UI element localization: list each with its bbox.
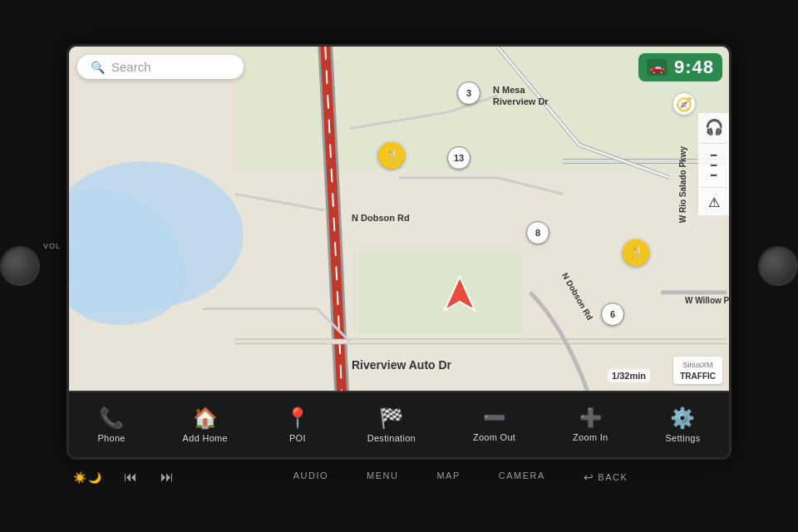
zoom-out-label: Zoom Out <box>473 432 515 442</box>
poi-restaurant-1[interactable]: 🍴 <box>378 142 405 169</box>
destination-icon: 🏁 <box>379 406 404 430</box>
search-bar[interactable]: 🔍 Search <box>77 55 244 79</box>
map-area[interactable]: 🔍 Search 🚗 9:48 🧭 🎧 <box>69 47 729 391</box>
zoom-in-icon: ➕ <box>579 407 602 429</box>
next-track-button[interactable]: ⏭ <box>154 466 182 488</box>
divider <box>700 143 727 144</box>
tune-scroll-knob[interactable] <box>758 246 798 286</box>
search-icon: 🔍 <box>91 61 105 74</box>
zoom-out-icon: ➖ <box>483 407 505 429</box>
physical-buttons-row: ☀️🌙 ⏮ ⏭ AUDIO MENU MAP CAMERA ↩ BACK <box>66 466 732 488</box>
main-screen: 🔍 Search 🚗 9:48 🧭 🎧 <box>66 44 732 460</box>
map-button[interactable]: MAP <box>430 467 466 487</box>
screen-content: 🔍 Search 🚗 9:48 🧭 🎧 <box>69 47 729 457</box>
camera-label: CAMERA <box>499 470 545 480</box>
back-label: BACK <box>598 472 628 482</box>
right-panel: 🎧 ━━━ ⚠ <box>697 113 729 215</box>
back-button[interactable]: ↩ BACK <box>577 467 634 487</box>
zoom-in-label: Zoom In <box>573 432 608 442</box>
poi-restaurant-2[interactable]: 🍴 <box>623 239 649 266</box>
nav-item-destination[interactable]: 🏁 Destination <box>361 403 422 446</box>
menu-label: MENU <box>367 470 398 480</box>
menu-button[interactable]: MENU <box>360 467 405 487</box>
headphone-icon: 🎧 <box>700 118 727 136</box>
restaurant-icon-2: 🍴 <box>629 246 643 259</box>
poi-label: POI <box>289 433 306 443</box>
nav-bar: 📞 Phone 🏠 Add Home 📍 POI 🏁 Destination ➖ <box>69 391 729 457</box>
clock-display: 9:48 <box>674 57 714 78</box>
device-frame: VOL TUNE·SCROLL <box>0 0 798 532</box>
road-view-icon: ━━━ <box>700 150 727 180</box>
svg-rect-4 <box>358 251 522 333</box>
map-svg <box>69 47 729 391</box>
car-icon-box: 🚗 <box>647 59 667 76</box>
nav-arrow <box>443 275 476 316</box>
nav-item-add-home[interactable]: 🏠 Add Home <box>176 403 234 446</box>
search-input-label: Search <box>111 60 151 74</box>
distance-info: 1/32min <box>608 369 650 382</box>
poi-circle-6[interactable]: 6 <box>601 303 624 326</box>
phone-label: Phone <box>97 433 125 443</box>
prev-track-button[interactable]: ⏮ <box>117 466 145 488</box>
nav-item-poi[interactable]: 📍 POI <box>278 403 317 446</box>
audio-label: AUDIO <box>293 470 328 480</box>
phone-icon: 📞 <box>99 406 124 430</box>
vol-label: VOL <box>43 242 61 250</box>
home-icon: 🏠 <box>193 406 218 430</box>
alert-icon: ⚠ <box>700 195 727 210</box>
nav-item-zoom-out[interactable]: ➖ Zoom Out <box>466 404 522 446</box>
back-arrow-icon: ↩ <box>584 470 595 484</box>
traffic-info: SiriusXM TRAFFIC <box>673 357 722 384</box>
nav-item-settings[interactable]: ⚙️ Settings <box>658 403 707 446</box>
poi-icon: 📍 <box>285 406 310 430</box>
map-label: MAP <box>436 470 460 480</box>
destination-label: Destination <box>367 433 416 443</box>
poi-circle-3[interactable]: 3 <box>457 81 480 105</box>
svg-marker-5 <box>445 277 475 310</box>
compass[interactable]: 🧭 <box>672 92 696 116</box>
divider2 <box>700 187 727 188</box>
poi-circle-8[interactable]: 8 <box>526 221 549 244</box>
nav-item-phone[interactable]: 📞 Phone <box>91 403 131 446</box>
audio-button[interactable]: AUDIO <box>287 467 335 487</box>
nav-item-zoom-in[interactable]: ➕ Zoom In <box>566 404 614 446</box>
settings-label: Settings <box>665 433 700 443</box>
poi-circle-13[interactable]: 13 <box>447 146 470 170</box>
add-home-label: Add Home <box>183 433 228 443</box>
brightness-button[interactable]: ☀️🌙 <box>66 468 109 487</box>
restaurant-icon-1: 🍴 <box>385 149 399 162</box>
settings-icon: ⚙️ <box>670 406 695 430</box>
compass-icon: 🧭 <box>676 96 692 112</box>
vol-knob[interactable] <box>0 246 40 286</box>
car-icon: 🚗 <box>650 61 664 74</box>
camera-button[interactable]: CAMERA <box>492 467 552 487</box>
clock-widget: 🚗 9:48 <box>638 53 722 81</box>
